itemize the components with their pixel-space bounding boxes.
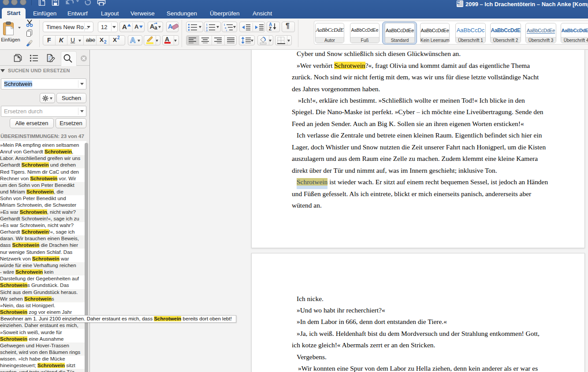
svg-text:2: 2	[206, 26, 208, 29]
svg-text:3: 3	[206, 29, 208, 31]
svg-text:A: A	[130, 36, 135, 44]
svg-text:a: a	[225, 26, 227, 29]
svg-text:1: 1	[224, 23, 225, 26]
svg-text:1: 1	[206, 23, 208, 26]
svg-text:W: W	[458, 1, 461, 4]
svg-text:i: i	[226, 29, 227, 31]
